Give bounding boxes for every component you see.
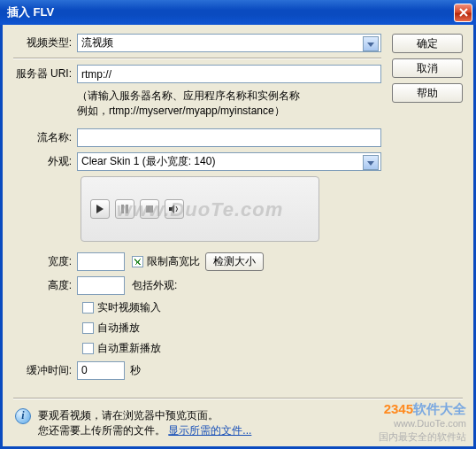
include-skin-label: 包括外观:	[132, 278, 177, 293]
separator-footer	[13, 398, 463, 399]
svg-marker-4	[169, 205, 174, 213]
window-title: 插入 FLV	[7, 4, 54, 20]
autoplay-checkbox[interactable]	[82, 322, 94, 334]
form-area: 视频类型: 流视频 服务器 URI: rtmp:// （请输入服务器名称、应用程…	[13, 34, 381, 385]
footer: i 要观看视频，请在浏览器中预览页面。 您还需要上传所需的文件。 显示所需的文件…	[13, 405, 463, 438]
constrain-checkbox[interactable]	[132, 256, 143, 267]
svg-rect-1	[121, 205, 124, 213]
ok-button[interactable]: 确定	[392, 34, 463, 53]
stop-button[interactable]	[140, 199, 159, 219]
skin-preview: www.DuoTe.com	[81, 176, 319, 242]
separator	[13, 58, 381, 59]
height-label: 高度:	[13, 278, 77, 293]
help-button[interactable]: 帮助	[392, 83, 463, 103]
footer-line1: 要观看视频，请在浏览器中预览页面。	[38, 408, 251, 423]
button-column: 确定 取消 帮助	[392, 34, 463, 385]
stop-icon	[145, 205, 154, 213]
titlebar: 插入 FLV	[0, 0, 476, 25]
constrain-label: 限制高宽比	[147, 254, 200, 269]
autoplay-label: 自动播放	[97, 321, 140, 336]
svg-marker-0	[96, 205, 104, 213]
show-files-link[interactable]: 显示所需的文件...	[168, 424, 251, 437]
seconds-label: 秒	[130, 363, 141, 378]
play-button[interactable]	[90, 199, 110, 219]
volume-button[interactable]	[165, 199, 184, 219]
close-icon	[459, 8, 468, 17]
server-uri-hint: （请输入服务器名称、应用程序名称和实例名称 例如，rtmp://myserver…	[77, 89, 381, 120]
info-icon: i	[15, 408, 31, 424]
stream-name-label: 流名称:	[13, 130, 77, 145]
dialog-body: 视频类型: 流视频 服务器 URI: rtmp:// （请输入服务器名称、应用程…	[0, 25, 476, 449]
volume-icon	[169, 205, 180, 213]
footer-line2: 您还需要上传所需的文件。	[38, 424, 165, 437]
video-type-select[interactable]: 流视频	[77, 34, 381, 52]
detect-size-button[interactable]: 检测大小	[205, 252, 264, 271]
live-input-checkbox[interactable]	[82, 302, 94, 314]
buffer-time-label: 缓冲时间:	[13, 363, 77, 378]
live-input-label: 实时视频输入	[97, 300, 161, 315]
stream-name-input[interactable]	[77, 128, 381, 147]
svg-rect-2	[126, 205, 128, 213]
server-uri-input[interactable]: rtmp://	[77, 65, 381, 83]
width-input[interactable]	[77, 252, 125, 271]
play-icon	[96, 205, 104, 213]
video-type-label: 视频类型:	[13, 35, 77, 50]
close-button[interactable]	[454, 4, 472, 22]
buffer-time-input[interactable]: 0	[77, 361, 125, 380]
skin-select[interactable]: Clear Skin 1 (最小宽度: 140)	[77, 152, 381, 171]
height-input[interactable]	[77, 276, 125, 295]
width-label: 宽度:	[13, 254, 77, 269]
skin-label: 外观:	[13, 154, 77, 169]
svg-rect-3	[146, 205, 153, 213]
server-uri-label: 服务器 URI:	[13, 66, 77, 81]
cancel-button[interactable]: 取消	[392, 58, 463, 78]
autorewind-label: 自动重新播放	[97, 341, 161, 356]
pause-icon	[120, 205, 129, 213]
autorewind-checkbox[interactable]	[82, 343, 94, 354]
pause-button[interactable]	[115, 199, 134, 219]
